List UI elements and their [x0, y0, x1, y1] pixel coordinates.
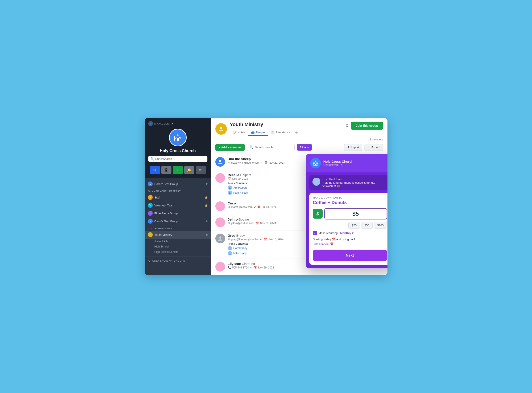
recurring-label: Make recurring:	[319, 231, 339, 235]
calendar-icon: 📅	[264, 161, 268, 164]
message-avatar	[312, 178, 320, 186]
email-button[interactable]: ✉	[150, 166, 160, 174]
avatar	[215, 217, 225, 227]
amount-input[interactable]: $5	[324, 208, 387, 220]
filter-button[interactable]: Filter ≡	[297, 144, 312, 151]
add-button[interactable]: +	[173, 166, 183, 174]
calendar-icon-6: 📅	[254, 266, 257, 269]
search-people-bar[interactable]: 🔍	[247, 144, 295, 151]
sidebar-sub-junior-high[interactable]: Junior High	[145, 239, 211, 244]
recurring-row: ✓ Make recurring: Monthly ▾	[313, 231, 387, 235]
sidebar-item-carols-test-2[interactable]: ▲ Carol's Test Group 👁	[145, 217, 211, 225]
church-logo	[169, 129, 187, 146]
action-buttons: ✉ 📱 + 🔔 •••	[148, 164, 208, 176]
svg-point-9	[229, 192, 230, 193]
donation-church-logo	[310, 158, 321, 168]
sidebar-item-bible-study[interactable]: ✝ Bible Study Group	[145, 209, 211, 217]
toggle-icon: ⊙	[148, 259, 150, 262]
svg-point-11	[219, 220, 221, 223]
phone-icon: 📞	[228, 266, 231, 269]
mobile-button[interactable]: 📱	[161, 166, 171, 174]
chevron-down-icon: ▾	[352, 231, 353, 235]
search-people-icon: 🔍	[249, 145, 254, 149]
search-people-input[interactable]	[255, 146, 292, 149]
import-icon: ⬆	[347, 146, 350, 149]
avatar	[215, 201, 225, 211]
starting-row: Starting today 📅 and going until until I…	[313, 237, 387, 247]
sidebar-item-staff[interactable]: S Staff 🔒	[145, 193, 211, 201]
svg-rect-18	[315, 164, 316, 165]
sidebar-item-youth-ministry[interactable]: 🌱 Youth Ministry ◉	[145, 231, 211, 239]
tab-people[interactable]: 👥 People	[248, 129, 268, 136]
svg-point-3	[175, 137, 176, 138]
sidebar-item-volunteer[interactable]: V Volunteer Team 🔒	[145, 201, 211, 209]
staff-icon: S	[148, 195, 153, 200]
church-name: Holy Cross Church	[148, 149, 208, 153]
main-header: Youth Ministry 📝 Notes 👥 People 📋 Attend…	[211, 118, 387, 136]
account-icon: 👤	[148, 121, 153, 126]
visibility-icon-2: 👁	[205, 220, 208, 223]
account-label: MY ACCOUNT	[155, 122, 171, 125]
import-button[interactable]: ⬆ Import	[344, 144, 362, 151]
svg-point-15	[219, 265, 221, 267]
donation-church-name: Holy Cross Church	[324, 160, 353, 163]
starting-date-link[interactable]: today	[324, 238, 331, 241]
svg-point-6	[219, 160, 221, 162]
sidebar-item-label: Staff	[155, 196, 203, 199]
sidebar-item-label: Bible Study Group	[155, 212, 208, 215]
header-actions: ⚙ Join this group	[345, 122, 383, 133]
recurring-checkbox[interactable]: ✓	[313, 231, 317, 235]
amount-row: $ $5	[313, 208, 387, 220]
sidebar-item-carols-test-group-1[interactable]: ▲ Carol's Test Group 👁	[145, 180, 211, 188]
svg-point-21	[315, 180, 317, 182]
donation-card: Holy Cross Church Georgetown, TX From Ca…	[306, 154, 387, 268]
group-title-area: Youth Ministry 📝 Notes 👥 People 📋 Attend…	[230, 122, 342, 136]
donation-message: From Carol Brady Help us fund our monthl…	[309, 175, 387, 190]
sidebar-sub-high-school[interactable]: High School	[145, 244, 211, 249]
svg-point-7	[219, 176, 221, 178]
group-tabs: 📝 Notes 👥 People 📋 Attendance ⊕	[230, 129, 342, 136]
visibility-icon: 👁	[205, 183, 208, 185]
add-member-button[interactable]: + Add a member	[215, 144, 245, 151]
join-group-button[interactable]: Join this group	[351, 122, 383, 130]
import-label: Import	[351, 146, 359, 149]
sidebar-header: 👤 MY ACCOUNT ▾ Holy Cross Church 🔍	[145, 118, 211, 178]
donation-header: Holy Cross Church Georgetown, TX	[306, 154, 387, 172]
sidebar-sub-high-school-seniors[interactable]: High School Seniors	[145, 249, 211, 255]
until-value-link[interactable]: I cancel	[319, 242, 329, 246]
export-button[interactable]: ⬇ Export	[364, 144, 383, 151]
sidebar-item-label: Carol's Test Group	[155, 182, 204, 186]
preset-25-button[interactable]: $25	[348, 222, 360, 229]
preset-100-button[interactable]: $100	[374, 222, 387, 229]
next-button[interactable]: Next	[313, 250, 387, 261]
only-my-groups[interactable]: ⊙ ONLY SHOW MY GROUPS	[145, 256, 211, 265]
recurring-period-select[interactable]: Monthly ▾	[340, 231, 353, 235]
settings-button[interactable]: ⚙	[345, 123, 349, 128]
account-bar[interactable]: 👤 MY ACCOUNT ▾	[148, 121, 208, 126]
bell-button[interactable]: 🔔	[184, 166, 194, 174]
avatar	[215, 157, 225, 167]
tab-attendance[interactable]: 📋 Attendance	[268, 129, 293, 136]
calendar-icon-4: 📅	[256, 222, 259, 225]
filter-icon: ≡	[307, 146, 309, 149]
section-label-youth: YOUTH PROGRAMS	[145, 225, 211, 231]
preset-50-button[interactable]: $50	[361, 222, 373, 229]
search-bar[interactable]: 🔍	[148, 156, 208, 162]
super-search-input[interactable]	[155, 157, 205, 161]
donation-church-location: Georgetown, TX	[324, 163, 353, 167]
more-button[interactable]: •••	[196, 166, 206, 174]
add-tab-button[interactable]: ⊕	[293, 129, 300, 136]
attendance-icon: 📋	[271, 131, 275, 134]
lock-icon: 🔒	[205, 196, 208, 199]
export-label: Export	[371, 146, 380, 149]
sidebar-content: ▲ Carol's Test Group 👁 SUMMER YOUTH RETR…	[145, 178, 211, 275]
group-icon: ▲	[148, 182, 153, 186]
tab-notes-label: Notes	[238, 131, 245, 134]
tab-notes[interactable]: 📝 Notes	[230, 129, 248, 136]
group-avatar	[215, 123, 227, 135]
donation-body: MAKE A DONATION TO Coffee + Donuts $ $5 …	[309, 193, 387, 265]
member-count: 11 members	[211, 136, 387, 141]
calendar-icon-2: 📅	[228, 177, 231, 180]
svg-point-4	[179, 137, 181, 138]
email-icon: ✉	[228, 161, 230, 164]
